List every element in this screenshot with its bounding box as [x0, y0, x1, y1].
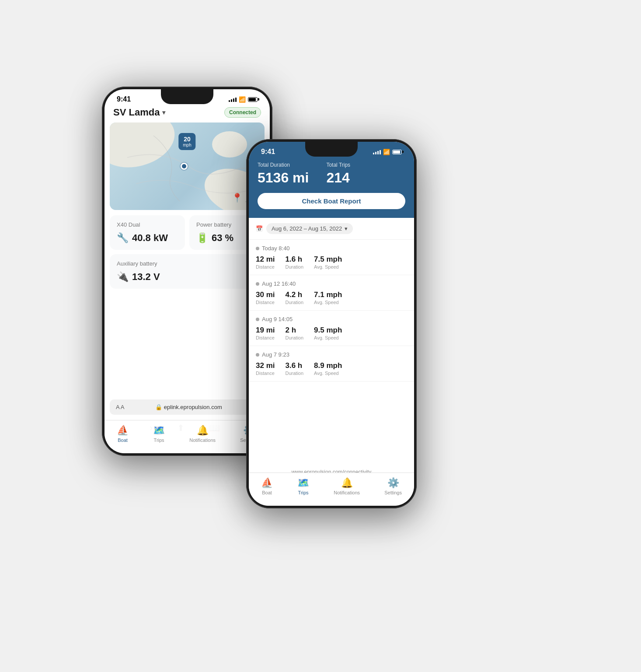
phone2-time: 9:41 [261, 148, 275, 156]
trips-stats-row: Total Duration 5136 mi Total Trips 214 [258, 162, 405, 186]
total-duration-label: Total Duration [258, 162, 309, 168]
tab-boat[interactable]: ⛵ Boat [117, 425, 129, 443]
table-row[interactable]: Aug 12 16:40 30 mi Distance 4.2 h Durati… [249, 275, 414, 311]
connected-badge: Connected [224, 107, 261, 118]
trip-metrics-3: 32 mi Distance 3.6 h Duration 8.9 mph Av… [256, 361, 407, 376]
tab-notifications[interactable]: 🔔 Notifications [189, 425, 216, 443]
phone2-tab-settings[interactable]: ⚙️ Settings [384, 477, 402, 495]
speed-badge: 20 mph [178, 133, 195, 150]
phone2-tab-notifications[interactable]: 🔔 Notifications [334, 477, 360, 495]
speed-unit: mph [183, 143, 191, 147]
trip-date-row-0: Today 8:40 [256, 245, 407, 252]
trip-duration-0: 1.6 h Duration [285, 255, 303, 270]
check-boat-report-button[interactable]: Check Boat Report [258, 193, 405, 209]
map-area[interactable]: 20 mph 📍 🏔️ [110, 122, 265, 210]
power-battery-icon: 🔋 [196, 232, 208, 244]
trip-distance-1: 30 mi Distance [256, 290, 275, 305]
trip-speed-1: 7.1 mph Avg. Speed [314, 290, 342, 305]
phone2: 9:41 📶 [246, 139, 417, 508]
aux-battery-icon: 🔌 [117, 271, 129, 283]
date-filter[interactable]: 📅 Aug 6, 2022 – Aug 15, 2022 ▾ [249, 218, 414, 240]
total-duration-stat: Total Duration 5136 mi [258, 162, 309, 186]
phone2-boat-tab-icon: ⛵ [261, 477, 273, 489]
calendar-icon: 📅 [256, 225, 263, 232]
date-filter-chevron: ▾ [345, 225, 348, 232]
phone1-time: 9:41 [117, 95, 131, 103]
trip-distance-3: 32 mi Distance [256, 361, 275, 376]
table-row[interactable]: Aug 7 9:23 32 mi Distance 3.6 h Duration… [249, 346, 414, 382]
date-range-text: Aug 6, 2022 – Aug 15, 2022 [272, 225, 342, 232]
x40-icon: 🔧 [117, 232, 129, 244]
boat-name-chevron: ▾ [162, 109, 165, 116]
trip-date-row-2: Aug 9 14:05 [256, 316, 407, 322]
trip-duration-3: 3.6 h Duration [285, 361, 303, 376]
notifications-tab-label: Notifications [189, 438, 216, 443]
phone2-settings-tab-label: Settings [384, 490, 402, 495]
aux-battery-card: Auxiliary battery 🔌 13.2 V [110, 254, 265, 289]
phone2-status-icons: 📶 [373, 149, 402, 155]
trip-dot-2 [256, 318, 259, 321]
phone1-notch [161, 89, 213, 104]
trip-metrics-1: 30 mi Distance 4.2 h Duration 7.1 mph Av… [256, 290, 407, 305]
lock-icon: 🔒 [155, 404, 162, 410]
phone2-trips-tab-icon: 🗺️ [297, 477, 309, 489]
signal-icon [229, 97, 237, 102]
trip-date-2: Aug 9 14:05 [262, 316, 293, 322]
trip-distance-2: 19 mi Distance [256, 326, 275, 340]
phone2-trips-tab-label: Trips [298, 490, 309, 495]
total-trips-value: 214 [326, 170, 350, 186]
table-row[interactable]: Aug 9 14:05 19 mi Distance 2 h Duration … [249, 311, 414, 346]
wifi-icon: 📶 [239, 96, 246, 103]
trip-date-0: Today 8:40 [262, 245, 290, 252]
phone2-notifications-tab-icon: 🔔 [341, 477, 353, 489]
total-trips-label: Total Trips [326, 162, 350, 168]
stats-grid: X40 Dual 🔧 40.8 kW Power battery 🔋 63 % … [110, 215, 265, 289]
phone1-app-header: SV Lamda ▾ Connected [105, 105, 270, 122]
date-filter-badge[interactable]: Aug 6, 2022 – Aug 15, 2022 ▾ [266, 223, 353, 234]
trip-metrics-2: 19 mi Distance 2 h Duration 9.5 mph Avg.… [256, 326, 407, 340]
phone2-boat-tab-label: Boat [262, 490, 272, 495]
x40-value: 40.8 kW [132, 232, 168, 244]
phone2-notch [305, 142, 358, 157]
browser-url: eplink.epropulsion.com [164, 404, 222, 410]
trip-speed-2: 9.5 mph Avg. Speed [314, 326, 342, 340]
x40-dual-card: X40 Dual 🔧 40.8 kW [110, 215, 185, 250]
trip-speed-3: 8.9 mph Avg. Speed [314, 361, 342, 376]
scene: 9:41 📶 SV Lamda [80, 52, 561, 620]
trips-header: Total Duration 5136 mi Total Trips 214 C… [249, 158, 414, 218]
trip-dot-0 [256, 247, 259, 250]
x40-label: X40 Dual [117, 221, 178, 228]
phone2-settings-tab-icon: ⚙️ [387, 477, 399, 489]
trip-date-3: Aug 7 9:23 [262, 351, 289, 358]
phone2-tab-trips[interactable]: 🗺️ Trips [297, 477, 309, 495]
notifications-tab-icon: 🔔 [197, 425, 209, 436]
aux-battery-value: 13.2 V [132, 271, 160, 283]
phone1-screen: 9:41 📶 SV Lamda [105, 89, 270, 453]
boat-tab-icon: ⛵ [117, 425, 129, 436]
total-trips-stat: Total Trips 214 [326, 162, 350, 186]
speed-value: 20 [183, 136, 191, 143]
trip-metrics-0: 12 mi Distance 1.6 h Duration 7.5 mph Av… [256, 255, 407, 270]
trip-duration-1: 4.2 h Duration [285, 290, 303, 305]
trip-speed-0: 7.5 mph Avg. Speed [314, 255, 342, 270]
trips-list: Today 8:40 12 mi Distance 1.6 h Duration… [249, 240, 414, 382]
phone2-battery-icon [392, 150, 402, 154]
trip-dot-1 [256, 282, 259, 286]
trip-duration-2: 2 h Duration [285, 326, 303, 340]
map-pin-icon: 📍 [232, 192, 243, 203]
boat-name-text: SV Lamda [113, 107, 160, 118]
phone2-tab-bar: ⛵ Boat 🗺️ Trips 🔔 Notifications ⚙️ Setti… [249, 472, 414, 506]
trips-tab-label: Trips [154, 438, 164, 443]
table-row[interactable]: Today 8:40 12 mi Distance 1.6 h Duration… [249, 240, 414, 275]
phone1-tab-bar: ⛵ Boat 🗺️ Trips 🔔 Notifications ⚙️ Setti… [105, 420, 270, 453]
trip-date-row-1: Aug 12 16:40 [256, 280, 407, 287]
trip-date-1: Aug 12 16:40 [262, 280, 296, 287]
phone2-signal-icon [373, 149, 381, 154]
trips-tab-icon: 🗺️ [153, 425, 165, 436]
tab-trips[interactable]: 🗺️ Trips [153, 425, 165, 443]
boat-name-row[interactable]: SV Lamda ▾ [113, 107, 165, 118]
phone1-browser-bar[interactable]: A A 🔒 eplink.epropulsion.com ↻ [110, 399, 265, 415]
phone2-tab-boat[interactable]: ⛵ Boat [261, 477, 273, 495]
phone2-notifications-tab-label: Notifications [334, 490, 360, 495]
power-battery-value: 63 % [212, 232, 233, 244]
